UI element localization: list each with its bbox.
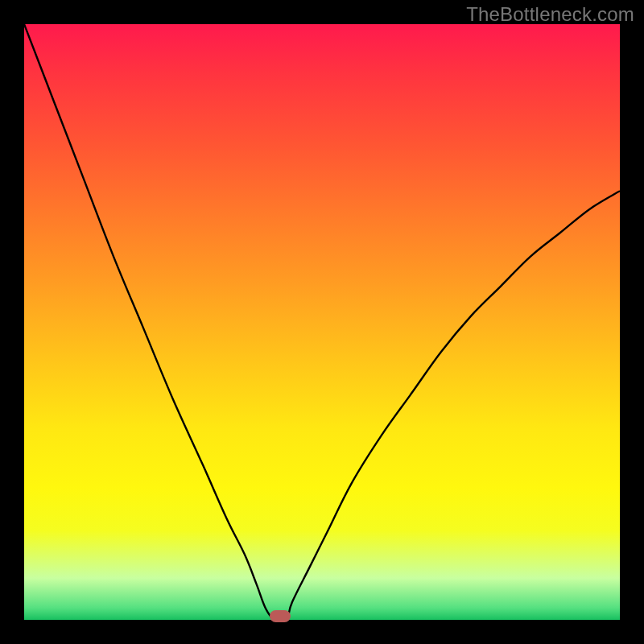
chart-curve-svg [24,24,620,620]
chart-frame: TheBottleneck.com [0,0,644,644]
chart-plot-area [24,24,620,620]
bottleneck-curve-path [24,24,620,620]
minimum-marker [270,610,291,622]
watermark-text: TheBottleneck.com [466,3,634,26]
